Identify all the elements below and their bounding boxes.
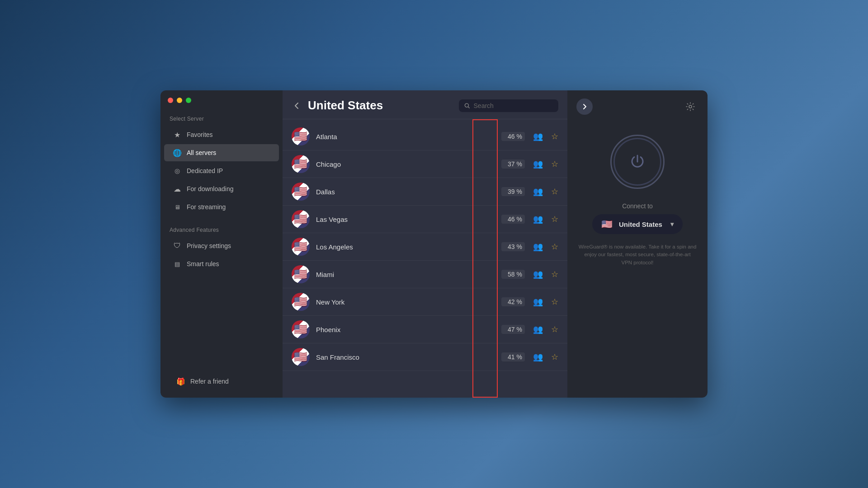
connect-country-name: United States xyxy=(617,221,666,228)
sidebar-item-privacy-settings[interactable]: 🛡 Privacy settings xyxy=(164,237,279,254)
search-icon xyxy=(464,103,470,109)
privacy-label: Privacy settings xyxy=(187,242,231,249)
star-icon[interactable]: ☆ xyxy=(551,269,558,279)
star-icon[interactable]: ☆ xyxy=(551,214,558,224)
people-icon: 👥 xyxy=(533,352,543,362)
star-icon[interactable]: ☆ xyxy=(551,159,558,169)
sidebar-item-for-streaming[interactable]: 🖥 For streaming xyxy=(164,198,279,216)
svg-point-1 xyxy=(689,105,692,108)
downloading-icon: ☁ xyxy=(173,185,181,193)
people-icon: 👥 xyxy=(533,324,543,334)
refer-icon: 🎁 xyxy=(177,377,185,385)
star-icon[interactable]: ☆ xyxy=(551,297,558,307)
favorites-icon: ★ xyxy=(173,131,181,139)
server-load: 46 % xyxy=(501,132,525,141)
server-load: 43 % xyxy=(501,242,525,251)
arrow-right-icon xyxy=(581,103,588,110)
table-row[interactable]: 🇺🇸 New York 42 % 👥 ☆ xyxy=(283,288,567,316)
table-row[interactable]: 🇺🇸 Las Vegas 46 % 👥 ☆ xyxy=(283,206,567,233)
server-name: Dallas xyxy=(316,188,495,196)
refer-label: Refer a friend xyxy=(190,378,229,385)
flag-icon: 🇺🇸 xyxy=(292,238,310,256)
flag-icon: 🇺🇸 xyxy=(292,348,310,366)
settings-button[interactable] xyxy=(682,99,698,115)
search-box[interactable] xyxy=(459,99,558,112)
flag-icon: 🇺🇸 xyxy=(292,155,310,173)
server-header: United States xyxy=(283,90,567,119)
star-icon[interactable]: ☆ xyxy=(551,242,558,252)
streaming-label: For streaming xyxy=(187,203,226,211)
search-input[interactable] xyxy=(474,102,553,109)
sidebar-item-for-downloading[interactable]: ☁ For downloading xyxy=(164,180,279,197)
server-load: 41 % xyxy=(501,352,525,361)
wireguard-message: WireGuard® is now available. Take it for… xyxy=(567,234,708,267)
sidebar-item-smart-rules[interactable]: ▤ Smart rules xyxy=(164,255,279,272)
star-icon[interactable]: ☆ xyxy=(551,131,558,141)
title-bar xyxy=(160,90,283,108)
arrow-button[interactable] xyxy=(576,99,593,115)
server-name: Miami xyxy=(316,271,495,278)
table-row[interactable]: 🇺🇸 San Francisco 41 % 👥 ☆ xyxy=(283,343,567,371)
svg-point-0 xyxy=(465,103,468,107)
star-icon[interactable]: ☆ xyxy=(551,187,558,197)
flag-icon: 🇺🇸 xyxy=(292,210,310,228)
app-window: Select Server ★ Favorites 🌐 All servers … xyxy=(160,90,708,398)
server-load: 42 % xyxy=(501,297,525,306)
server-panel-title: United States xyxy=(308,99,453,113)
power-icon xyxy=(628,153,646,171)
sidebar-item-refer-friend[interactable]: 🎁 Refer a friend xyxy=(168,373,275,390)
table-row[interactable]: 🇺🇸 Chicago 37 % 👥 ☆ xyxy=(283,150,567,178)
dedicated-ip-label: Dedicated IP xyxy=(187,167,223,174)
server-load: 39 % xyxy=(501,187,525,196)
sidebar-item-favorites[interactable]: ★ Favorites xyxy=(164,126,279,143)
people-icon: 👥 xyxy=(533,297,543,307)
flag-icon: 🇺🇸 xyxy=(292,265,310,283)
flag-icon: 🇺🇸 xyxy=(292,183,310,201)
server-name: Chicago xyxy=(316,160,495,168)
favorites-label: Favorites xyxy=(187,131,213,138)
people-icon: 👥 xyxy=(533,131,543,141)
select-server-label: Select Server xyxy=(160,108,283,126)
right-panel-header xyxy=(567,90,708,121)
server-name: San Francisco xyxy=(316,353,495,361)
server-load: 46 % xyxy=(501,215,525,224)
server-load: 58 % xyxy=(501,270,525,279)
advanced-features-label: Advanced Features xyxy=(160,220,283,237)
flag-icon: 🇺🇸 xyxy=(292,127,310,145)
dedicated-ip-icon: ◎ xyxy=(173,167,181,175)
server-name: Atlanta xyxy=(316,133,495,141)
server-name: Los Angeles xyxy=(316,243,495,251)
table-row[interactable]: 🇺🇸 Dallas 39 % 👥 ☆ xyxy=(283,178,567,206)
smart-rules-icon: ▤ xyxy=(173,260,181,268)
server-name: Phoenix xyxy=(316,326,495,333)
chevron-down-icon: ▾ xyxy=(670,221,674,228)
people-icon: 👥 xyxy=(533,242,543,252)
server-name: Las Vegas xyxy=(316,216,495,223)
power-button[interactable] xyxy=(610,135,665,189)
server-load: 37 % xyxy=(501,160,525,169)
flag-icon: 🇺🇸 xyxy=(292,293,310,311)
streaming-icon: 🖥 xyxy=(173,203,181,211)
connect-country-button[interactable]: 🇺🇸 United States ▾ xyxy=(592,214,683,234)
sidebar-item-dedicated-ip[interactable]: ◎ Dedicated IP xyxy=(164,162,279,179)
star-icon[interactable]: ☆ xyxy=(551,352,558,362)
downloading-label: For downloading xyxy=(187,185,234,192)
connect-flag: 🇺🇸 xyxy=(601,219,613,230)
table-row[interactable]: 🇺🇸 Atlanta 46 % 👥 ☆ xyxy=(283,123,567,150)
people-icon: 👥 xyxy=(533,187,543,197)
sidebar-bottom: 🎁 Refer a friend xyxy=(160,367,283,398)
minimize-button[interactable] xyxy=(177,98,182,103)
server-load: 47 % xyxy=(501,325,525,334)
back-button[interactable] xyxy=(292,100,302,111)
maximize-button[interactable] xyxy=(186,98,191,103)
sidebar-item-all-servers[interactable]: 🌐 All servers xyxy=(164,144,279,161)
privacy-icon: 🛡 xyxy=(173,242,181,250)
right-panel: Connect to 🇺🇸 United States ▾ WireGuard®… xyxy=(567,90,708,398)
table-row[interactable]: 🇺🇸 Miami 58 % 👥 ☆ xyxy=(283,261,567,288)
server-list[interactable]: 🇺🇸 Atlanta 46 % 👥 ☆ 🇺🇸 Chicago 37 % 👥 ☆ … xyxy=(283,119,567,375)
table-row[interactable]: 🇺🇸 Los Angeles 43 % 👥 ☆ xyxy=(283,233,567,261)
close-button[interactable] xyxy=(168,98,173,103)
star-icon[interactable]: ☆ xyxy=(551,324,558,334)
table-row[interactable]: 🇺🇸 Phoenix 47 % 👥 ☆ xyxy=(283,316,567,343)
all-servers-label: All servers xyxy=(187,149,216,156)
